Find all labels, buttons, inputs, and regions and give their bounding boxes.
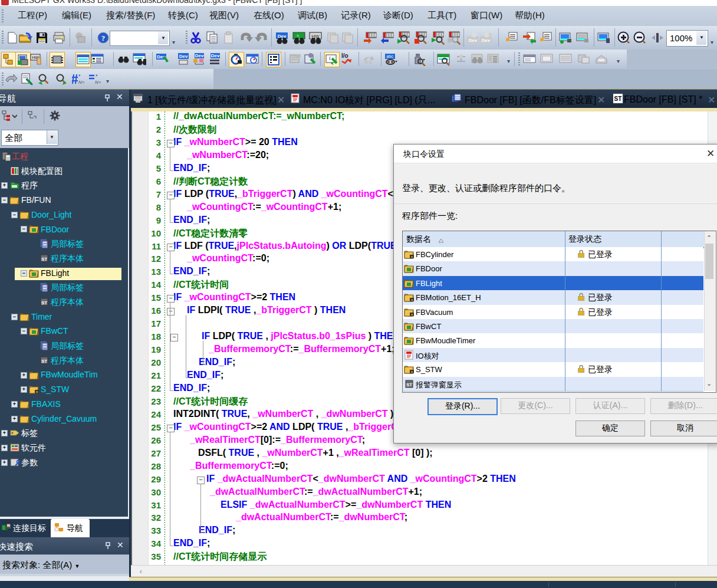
svg-text:ST: ST: [41, 359, 47, 364]
svg-text:Dev: Dev: [469, 38, 478, 43]
svg-text:N=: N=: [95, 80, 101, 85]
svg-text:>_: >_: [297, 34, 301, 38]
svg-text:Dev: Dev: [211, 53, 220, 58]
svg-text:I/o: I/o: [341, 52, 348, 59]
svg-text:N=: N=: [78, 80, 85, 85]
svg-text:?: ?: [101, 34, 106, 42]
svg-text:I: I: [329, 55, 331, 61]
svg-text:ST: ST: [406, 382, 412, 387]
svg-text:*: *: [96, 73, 98, 79]
svg-text:Dev: Dev: [482, 38, 491, 43]
svg-text:abc: abc: [386, 54, 393, 58]
svg-text:ST: ST: [614, 96, 622, 102]
svg-text:Dev: Dev: [179, 54, 188, 59]
svg-text:ST: ST: [41, 300, 47, 306]
svg-text:ST: ST: [41, 257, 47, 262]
svg-text:*: *: [78, 73, 81, 79]
svg-text:Dev: Dev: [195, 53, 204, 58]
